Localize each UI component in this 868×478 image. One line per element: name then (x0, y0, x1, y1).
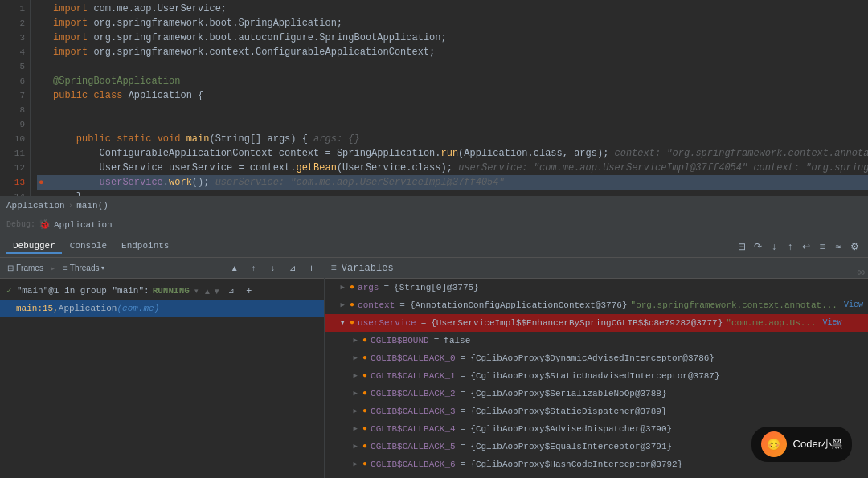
variables-title: Variables (342, 263, 394, 274)
var-row-context: ▶ ● context = {AnnotationConfigApplicati… (325, 296, 868, 314)
debug-session-bar: Debug: 🐞 Application (0, 214, 868, 235)
add-btn[interactable]: + (242, 284, 256, 298)
code-line: import org.springframework.boot.autoconf… (37, 31, 868, 45)
var-value: {CglibAopProxy$HashCodeInterceptor@3792} (470, 456, 682, 473)
sort-down-icon[interactable]: ↓ (266, 261, 280, 276)
watermark-emoji: 😊 (767, 438, 780, 451)
panel-toolbar: ⊟ Frames ▸ ≡ Threads ▾ ▲ ↑ ↓ ⊿ + (0, 258, 324, 279)
expand-icon[interactable]: ▶ (341, 279, 345, 296)
var-type-icon: ● (362, 456, 367, 473)
thread-dropdown[interactable]: ▾ (194, 287, 199, 295)
step-over-icon[interactable]: ↷ (751, 239, 765, 254)
filter-icon[interactable]: ▲ (227, 261, 242, 276)
expand-icon[interactable]: ▼ (341, 314, 345, 332)
var-type-icon: ● (362, 349, 367, 367)
code-line: userService.work(); userService: "com.me… (37, 175, 868, 190)
var-row-args: ▶ ● args = {String[0]@3775} (325, 279, 868, 296)
show-frames-icon[interactable]: ⊟ (735, 239, 749, 254)
code-line: import org.springframework.context.Confi… (37, 45, 868, 59)
code-line (37, 103, 868, 117)
var-row-callback-2: ▶ ● CGLIB$CALLBACK_2 = {CglibAopProxy$Se… (325, 385, 868, 402)
frames-icon: ⊟ (7, 264, 14, 272)
var-type-icon: ● (362, 402, 367, 420)
code-line: UserService userService = context.getBea… (37, 161, 868, 175)
code-line: @SpringBootApplication (37, 74, 868, 88)
expand-icon[interactable]: ▶ (354, 402, 358, 420)
thread-name: "main"@1 in group "main": (17, 282, 149, 300)
code-line: public static void main(String[] args) {… (37, 132, 868, 146)
code-line: import org.springframework.boot.SpringAp… (37, 16, 868, 31)
var-type-icon: ● (362, 367, 367, 385)
line-numbers: 1 2 3 4 5 6 7 8 9 10 11 12 13 14 15 16 1… (0, 0, 31, 196)
var-view-link[interactable]: View (823, 314, 842, 332)
var-name: CGLIB$CALLBACK_6 (371, 456, 456, 473)
separator: ▸ (51, 264, 55, 273)
var-name: CGLIB$BOUND (371, 332, 429, 349)
tab-endpoints[interactable]: Endpoints (115, 239, 175, 254)
threads-button[interactable]: ≡ Threads ▾ (60, 264, 108, 272)
thread-check-icon: ✓ (6, 282, 12, 300)
infinity-btn[interactable]: ∞ (857, 265, 865, 278)
code-line: ConfigurableApplicationContext context =… (37, 146, 868, 161)
settings-icon[interactable]: ⚙ (847, 239, 862, 254)
watermark-text: Coder小黑 (793, 437, 842, 451)
breadcrumb-item: main() (76, 201, 108, 210)
var-row-callback-3: ▶ ● CGLIB$CALLBACK_3 = {CglibAopProxy$St… (325, 402, 868, 420)
var-view-link[interactable]: View (844, 296, 863, 314)
filter-threads-icon[interactable]: ⊿ (285, 261, 300, 276)
var-value: {String[0]@3775} (394, 279, 479, 296)
var-name: args (358, 279, 379, 296)
threads-arrow: ▾ (101, 264, 104, 272)
step-out-icon[interactable]: ↑ (783, 239, 797, 254)
filter-btn[interactable]: ⊿ (224, 284, 239, 298)
expand-icon[interactable]: ▶ (354, 456, 358, 473)
tab-console[interactable]: Console (63, 239, 113, 254)
code-line (37, 59, 868, 74)
threads-icon: ≡ (63, 264, 68, 272)
thread-item[interactable]: ✓ "main"@1 in group "main": RUNNING ▾ ▲ … (0, 282, 324, 300)
threads-label: Threads (70, 264, 100, 272)
step-into-icon[interactable]: ↓ (767, 239, 781, 254)
var-row-callback-0: ▶ ● CGLIB$CALLBACK_0 = {CglibAopProxy$Dy… (325, 349, 868, 367)
expand-icon[interactable]: ▶ (354, 332, 358, 349)
var-value: false (444, 332, 470, 349)
var-type-icon: ● (350, 279, 354, 296)
expand-icon[interactable]: ▶ (341, 296, 345, 314)
trace-icon[interactable]: ≈ (831, 239, 845, 254)
scroll-up-btn[interactable]: ▲ (203, 287, 211, 296)
tab-debugger[interactable]: Debugger (6, 239, 62, 254)
expand-icon[interactable]: ▶ (354, 367, 358, 385)
expand-icon[interactable]: ▶ (354, 349, 358, 367)
expand-icon[interactable]: ▶ (354, 385, 358, 402)
var-value: {CglibAopProxy$StaticUnadvisedIntercepto… (470, 367, 719, 385)
debug-label: Debug: (6, 220, 35, 229)
frames-panel: ⊟ Frames ▸ ≡ Threads ▾ ▲ ↑ ↓ ⊿ + ✓ "main… (0, 258, 325, 478)
scroll-controls: ▲ ▼ (203, 287, 221, 296)
code-line (37, 117, 868, 132)
code-content: import com.me.aop.UserService; import or… (31, 0, 868, 197)
debug-panel: ⊟ Frames ▸ ≡ Threads ▾ ▲ ↑ ↓ ⊿ + ✓ "main… (0, 258, 868, 478)
add-thread-icon[interactable]: + (305, 261, 319, 276)
var-row-cglib-bound: ▶ ● CGLIB$BOUND = false (325, 332, 868, 349)
var-value: {CglibAopProxy$AdvisedDispatcher@3790} (470, 420, 672, 438)
run-to-cursor-icon[interactable]: ↩ (799, 239, 813, 254)
var-value: {CglibAopProxy$StaticDispatcher@3789} (470, 402, 666, 420)
stack-frame-class: Application (59, 300, 117, 317)
var-name: CGLIB$CALLBACK_2 (371, 385, 456, 402)
expand-icon[interactable]: ▶ (354, 420, 358, 438)
frames-button[interactable]: ⊟ Frames (5, 264, 46, 272)
var-name: CGLIB$CALLBACK_0 (371, 349, 456, 367)
code-line: } (37, 190, 868, 197)
scroll-down-btn[interactable]: ▼ (213, 287, 221, 296)
var-type-icon: ● (362, 385, 367, 402)
var-type-icon: ● (362, 332, 367, 349)
expand-icon[interactable]: ▶ (354, 438, 358, 456)
var-type-icon: ● (362, 438, 367, 456)
var-value: {AnnotationConfigApplicationContext@3776… (410, 296, 628, 314)
sort-up-icon[interactable]: ↑ (247, 261, 261, 276)
evaluate-icon[interactable]: ≡ (815, 239, 829, 254)
stack-frame[interactable]: main:15, Application (com.me) (0, 300, 324, 317)
var-value: {UserServiceImpl$$EnhancerBySpringCGLIB$… (431, 314, 723, 332)
debug-session-name[interactable]: Application (54, 220, 113, 230)
breadcrumb: Application › main() (0, 197, 868, 214)
